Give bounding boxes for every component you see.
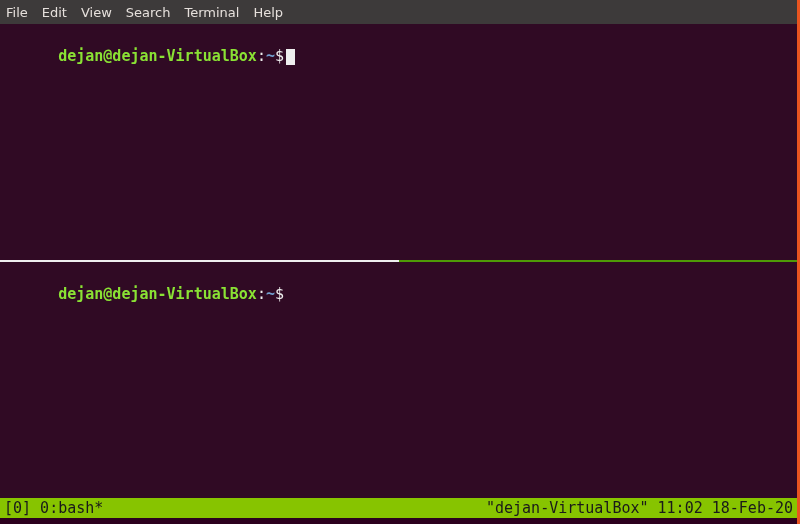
shell-prompt: dejan@dejan-VirtualBox:~$ [58, 47, 284, 65]
prompt-dollar: $ [275, 47, 284, 65]
menu-view[interactable]: View [81, 5, 112, 20]
tmux-pane-bottom[interactable]: dejan@dejan-VirtualBox:~$ [0, 262, 797, 498]
window-bottom-border [0, 518, 797, 524]
shell-prompt: dejan@dejan-VirtualBox:~$ [58, 285, 284, 303]
prompt-colon: : [257, 285, 266, 303]
prompt-user-host: dejan@dejan-VirtualBox [58, 285, 257, 303]
prompt-colon: : [257, 47, 266, 65]
menu-terminal[interactable]: Terminal [184, 5, 239, 20]
tmux-statusbar: [0] 0:bash* "dejan-VirtualBox" 11:02 18-… [0, 498, 797, 518]
prompt-user-host: dejan@dejan-VirtualBox [58, 47, 257, 65]
prompt-path: ~ [266, 47, 275, 65]
cursor-icon [286, 49, 295, 65]
tmux-pane-top[interactable]: dejan@dejan-VirtualBox:~$ [0, 24, 797, 260]
menubar: File Edit View Search Terminal Help [0, 0, 797, 24]
menu-help[interactable]: Help [253, 5, 283, 20]
statusbar-right: "dejan-VirtualBox" 11:02 18-Feb-20 [486, 498, 793, 518]
terminal-area: dejan@dejan-VirtualBox:~$ dejan@dejan-Vi… [0, 24, 797, 518]
statusbar-left: [0] 0:bash* [4, 498, 103, 518]
menu-file[interactable]: File [6, 5, 28, 20]
menu-edit[interactable]: Edit [42, 5, 67, 20]
prompt-path: ~ [266, 285, 275, 303]
prompt-dollar: $ [275, 285, 284, 303]
terminal-window: File Edit View Search Terminal Help deja… [0, 0, 800, 524]
menu-search[interactable]: Search [126, 5, 171, 20]
